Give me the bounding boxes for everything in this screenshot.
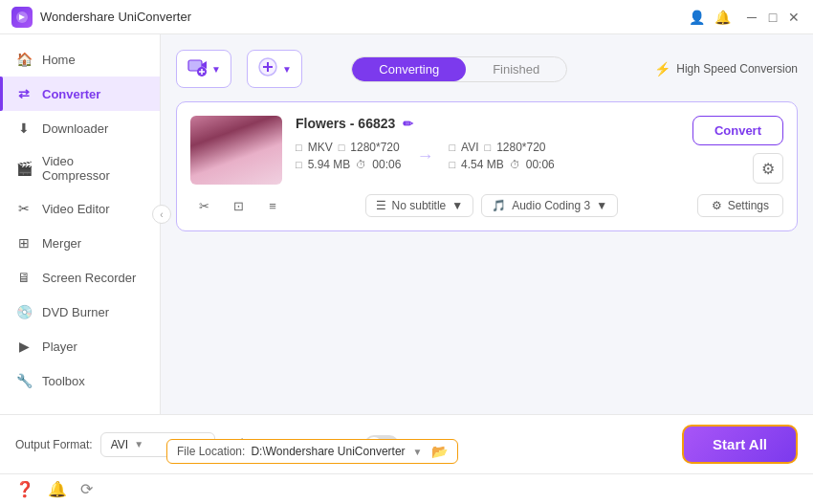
player-icon: ▶	[15, 338, 33, 355]
help-icon[interactable]: ❓	[15, 480, 34, 498]
file-location-label: File Location:	[177, 445, 245, 458]
bell-icon[interactable]: 🔔	[714, 10, 731, 25]
subtitle-icon: ☰	[376, 199, 386, 212]
target-resolution: 1280*720	[496, 141, 545, 154]
merger-icon: ⊞	[15, 234, 33, 252]
file-card-top: Flowers - 66823 ✏ □ MKV □ 1280*720	[190, 116, 783, 185]
thumbnail-image	[190, 116, 282, 185]
sidebar-item-video-compressor[interactable]: 🎬 Video Compressor	[0, 145, 160, 191]
target-format: AVI	[461, 141, 478, 154]
file-location-row-wrapper: File Location: D:\Wondershare UniConvert…	[166, 439, 458, 464]
effects-tool-button[interactable]: ≡	[259, 194, 286, 217]
screen-icon: 🖥	[15, 269, 33, 286]
folder-open-icon[interactable]: 📂	[431, 444, 448, 459]
target-duration: 00:06	[526, 158, 555, 171]
card-actions: Convert ⚙	[692, 116, 783, 184]
file-icon: □	[296, 142, 302, 153]
compressor-icon: 🎬	[15, 160, 33, 177]
resolution-icon: □	[339, 142, 345, 153]
audio-select[interactable]: 🎵 Audio Coding 3 ▼	[481, 194, 618, 217]
sidebar-item-label: Screen Recorder	[42, 271, 136, 285]
lightning-icon: ⚡	[654, 61, 670, 77]
source-meta-row: □ 5.94 MB ⏱ 00:06	[296, 158, 401, 171]
sidebar-item-player[interactable]: ▶ Player	[0, 329, 160, 363]
sidebar-item-label: Toolbox	[42, 374, 85, 388]
notification-icon[interactable]: 🔔	[48, 480, 67, 498]
app-logo	[11, 7, 33, 28]
crop-tool-button[interactable]: ⊡	[225, 194, 252, 217]
window-controls: 👤 🔔 ─ □ ✕	[689, 10, 802, 25]
tab-converting[interactable]: Converting	[352, 57, 466, 81]
settings-bottom-icon[interactable]: ⟳	[80, 480, 93, 498]
converter-icon: ⇄	[15, 85, 33, 102]
speed-label: High Speed Conversion	[676, 62, 798, 76]
subtitle-label: No subtitle	[392, 199, 447, 212]
sidebar-item-screen-recorder[interactable]: 🖥 Screen Recorder	[0, 260, 160, 295]
audio-label: Audio Coding 3	[512, 199, 590, 212]
minimize-button[interactable]: ─	[744, 10, 759, 25]
sidebar-item-label: Video Compressor	[42, 154, 144, 183]
output-format-arrow: ▼	[134, 439, 143, 449]
convert-arrow-icon: →	[416, 146, 433, 166]
home-icon: 🏠	[15, 51, 33, 68]
bottom-icons-bar: ❓ 🔔 ⟳	[0, 473, 813, 504]
target-resolution-icon: □	[485, 142, 492, 153]
file-settings-button[interactable]: ⚙ Settings	[697, 194, 783, 217]
sidebar: 🏠 Home ⇄ Converter ⬇ Downloader 🎬 Video …	[0, 34, 161, 414]
bottom-bar: Output Format: AVI ▼ ⚙ Merge All Files: …	[0, 414, 813, 473]
add-format-button[interactable]: ▼	[247, 50, 302, 88]
speed-badge: ⚡ High Speed Conversion	[654, 61, 798, 77]
size-icon: □	[296, 159, 302, 170]
card-settings-icon-btn[interactable]: ⚙	[753, 153, 783, 184]
settings-gear-icon: ⚙	[712, 199, 722, 212]
output-format-value: AVI	[111, 438, 128, 451]
target-file-icon: □	[449, 142, 455, 153]
file-info: Flowers - 66823 ✏ □ MKV □ 1280*720	[296, 116, 679, 171]
sidebar-item-downloader[interactable]: ⬇ Downloader	[0, 111, 160, 145]
add-files-button[interactable]: ▼	[176, 50, 231, 88]
audio-wave-icon: 🎵	[492, 199, 506, 212]
add-video-icon	[187, 56, 208, 81]
downloader-icon: ⬇	[15, 120, 33, 137]
convert-button[interactable]: Convert	[692, 116, 783, 145]
content-area: ▼ ▼ Converting Finished ⚡ High Speed	[161, 34, 813, 414]
audio-dropdown-arrow: ▼	[596, 199, 607, 212]
target-size-icon: □	[449, 159, 455, 170]
dvd-icon: 💿	[15, 303, 33, 320]
target-format-box: □ AVI □ 1280*720 □ 4.54 MB ⏱ 00:06	[449, 141, 554, 171]
app-title: Wondershare UniConverter	[40, 10, 681, 24]
sidebar-collapse-button[interactable]: ‹	[152, 205, 171, 224]
sidebar-item-merger[interactable]: ⊞ Merger	[0, 226, 160, 260]
content-spacer	[176, 231, 798, 399]
toolbar: ▼ ▼ Converting Finished ⚡ High Speed	[176, 50, 798, 88]
sidebar-item-dvd-burner[interactable]: 💿 DVD Burner	[0, 295, 160, 329]
sidebar-item-label: Video Editor	[42, 202, 110, 216]
start-all-button[interactable]: Start All	[682, 425, 798, 464]
close-button[interactable]: ✕	[786, 10, 802, 25]
sidebar-item-label: Merger	[42, 236, 81, 251]
target-meta-row: □ 4.54 MB ⏱ 00:06	[449, 158, 554, 171]
subtitle-select[interactable]: ☰ No subtitle ▼	[365, 194, 474, 217]
tab-finished[interactable]: Finished	[466, 57, 566, 81]
sidebar-item-converter[interactable]: ⇄ Converter	[0, 77, 160, 111]
card-bottom-toolbar: ✂ ⊡ ≡ ☰ No subtitle ▼ 🎵 Audio Coding 3 ▼…	[190, 194, 783, 217]
sidebar-item-label: Downloader	[42, 121, 108, 136]
target-format-row: □ AVI □ 1280*720	[449, 141, 554, 154]
target-size: 4.54 MB	[461, 158, 504, 171]
source-duration: 00:06	[372, 158, 401, 171]
sidebar-item-video-editor[interactable]: ✂ Video Editor	[0, 191, 160, 226]
maximize-button[interactable]: □	[765, 10, 780, 25]
user-icon[interactable]: 👤	[689, 10, 705, 25]
toolbox-icon: 🔧	[15, 372, 33, 389]
target-duration-icon: ⏱	[510, 159, 520, 170]
duration-icon: ⏱	[356, 159, 366, 170]
scissors-tool-button[interactable]: ✂	[190, 194, 217, 217]
source-resolution: 1280*720	[350, 141, 399, 154]
convert-tab-group: Converting Finished	[351, 56, 567, 82]
sidebar-item-toolbox[interactable]: 🔧 Toolbox	[0, 363, 160, 398]
edit-filename-icon[interactable]: ✏	[403, 117, 413, 131]
source-format: MKV	[308, 141, 333, 154]
file-card: Flowers - 66823 ✏ □ MKV □ 1280*720	[176, 101, 798, 231]
sidebar-item-home[interactable]: 🏠 Home	[0, 42, 160, 77]
file-location-dropdown-arrow[interactable]: ▼	[413, 447, 423, 457]
